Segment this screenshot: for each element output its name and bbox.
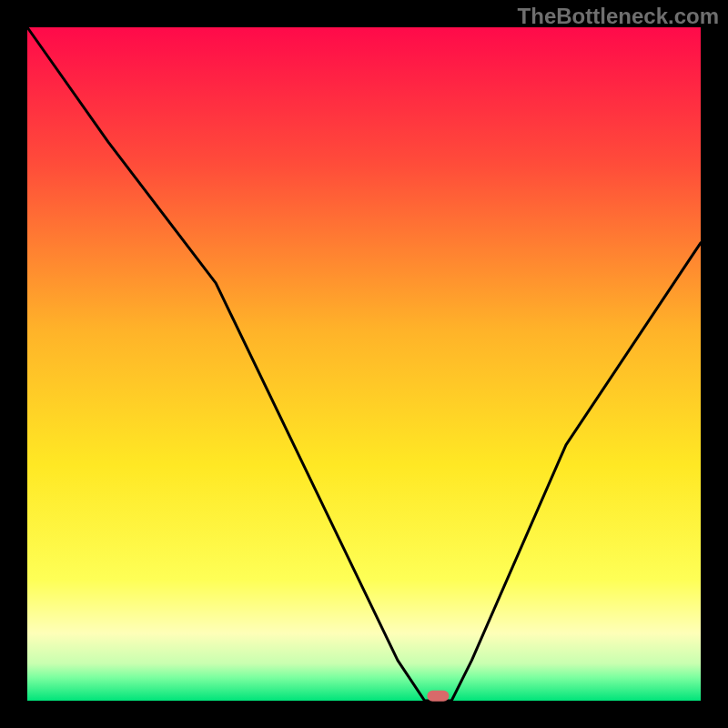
optimal-marker [427, 691, 449, 702]
chart-svg [0, 0, 728, 728]
plot-background [27, 27, 701, 701]
bottleneck-chart: TheBottleneck.com [0, 0, 728, 728]
watermark-text: TheBottleneck.com [518, 4, 719, 29]
